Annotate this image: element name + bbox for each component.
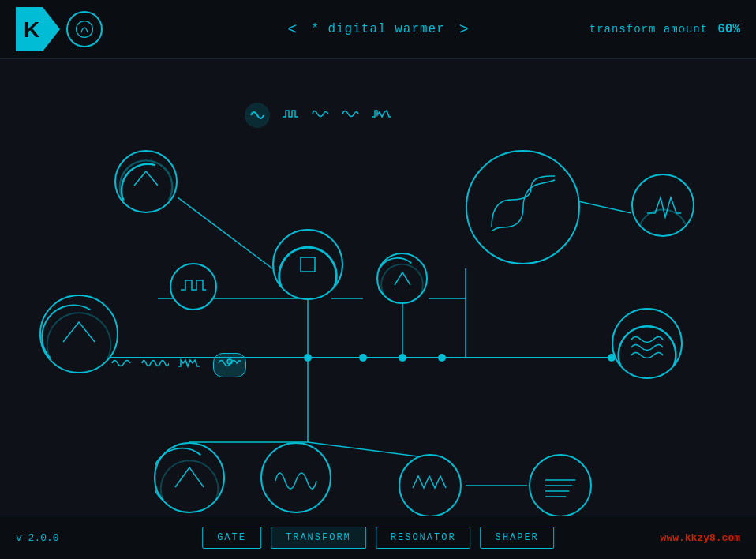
header: K < * digital warmer > transform amount …	[0, 0, 756, 59]
svg-point-10	[399, 354, 406, 362]
transform-amount-label: transform amount	[589, 23, 708, 36]
transform-button[interactable]: TRANSFORM	[271, 527, 366, 549]
wave-icons-row	[245, 103, 393, 128]
logo-circle-icon	[74, 19, 95, 39]
waveform-display-knob[interactable]	[466, 150, 580, 264]
version-label: v 2.0.0	[16, 532, 59, 544]
svg-line-20	[578, 201, 631, 213]
resonator-button[interactable]: RESONATOR	[376, 527, 471, 549]
mod-icon-2[interactable]	[140, 355, 169, 375]
footer-buttons: GATE TRANSFORM RESONATOR SHAPER	[202, 527, 554, 549]
header-right: transform amount 60%	[589, 22, 740, 36]
svg-point-11	[438, 354, 446, 362]
lfo-pitch-knob[interactable]	[154, 442, 225, 513]
svg-point-26	[227, 359, 232, 364]
shaper-knob[interactable]	[529, 454, 592, 517]
pitch-small-knob[interactable]	[376, 253, 428, 304]
input-pitch-knob[interactable]	[114, 150, 178, 213]
next-preset-button[interactable]: >	[459, 21, 469, 39]
svg-line-18	[178, 197, 272, 268]
pulse-knob[interactable]	[170, 263, 217, 310]
resonator-knob[interactable]	[399, 454, 462, 517]
prev-preset-button[interactable]: <	[287, 21, 297, 39]
lfo-wave-knob[interactable]	[260, 442, 331, 513]
watermark: www.kkzy8.com	[661, 532, 740, 544]
wave-icon-4[interactable]	[341, 106, 360, 126]
wave-icon-2[interactable]	[281, 106, 300, 126]
k-logo: K	[16, 7, 60, 51]
preset-name: * digital warmer	[311, 22, 445, 36]
main-area	[0, 59, 756, 516]
wave-icon-sine[interactable]	[245, 103, 270, 128]
filter-knob[interactable]	[631, 174, 694, 237]
svg-point-2	[77, 21, 93, 38]
wave-icon-3[interactable]	[311, 106, 330, 126]
mod-icon-4-active[interactable]	[213, 353, 246, 377]
main-pitch-knob[interactable]	[39, 295, 118, 373]
gate-button[interactable]: GATE	[202, 527, 261, 549]
svg-point-8	[304, 354, 312, 362]
svg-line-23	[308, 442, 430, 458]
mod-icon-3[interactable]	[177, 355, 205, 375]
svg-text:K: K	[24, 17, 39, 42]
wave-icon-5[interactable]	[371, 106, 393, 126]
shaper-button[interactable]: SHAPER	[481, 527, 554, 549]
footer: v 2.0.0 GATE TRANSFORM RESONATOR SHAPER …	[0, 516, 756, 559]
svg-point-9	[359, 354, 367, 362]
mod-icons-row	[110, 353, 246, 377]
logo-circle[interactable]	[66, 11, 103, 47]
mod-icon-1[interactable]	[110, 355, 133, 375]
output-knob[interactable]	[612, 308, 683, 379]
transform-knob[interactable]	[272, 229, 343, 300]
transform-amount-value: 60%	[717, 22, 740, 36]
header-center: < * digital warmer >	[287, 21, 469, 39]
